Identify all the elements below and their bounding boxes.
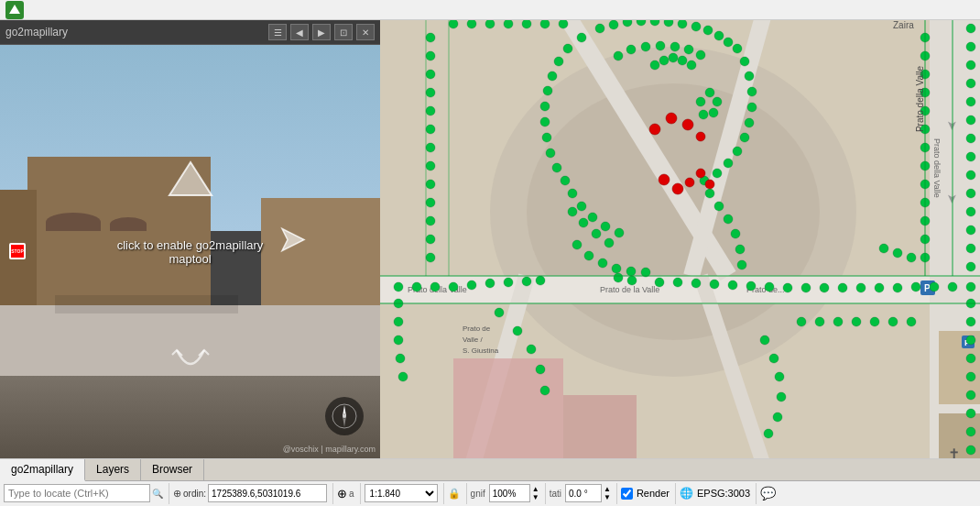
close-button[interactable]: ✕: [356, 24, 375, 40]
svg-point-167: [760, 336, 769, 345]
svg-point-155: [678, 56, 687, 65]
scale-select[interactable]: 1:1.840: [365, 484, 438, 502]
svg-point-50: [548, 72, 557, 81]
lock-item[interactable]: 🔒: [448, 483, 467, 504]
svg-point-158: [705, 88, 714, 97]
svg-point-198: [426, 33, 435, 42]
render-item: Render: [621, 483, 676, 504]
panel-header: go2mapillary ☰ ◀ ▶ ⊡ ✕: [0, 20, 380, 45]
qgis-toolbar: [0, 0, 980, 20]
svg-point-92: [737, 260, 746, 270]
svg-point-123: [966, 79, 975, 88]
svg-point-196: [893, 248, 902, 258]
expand-button[interactable]: ⊡: [334, 24, 353, 40]
render-checkbox[interactable]: [621, 488, 633, 500]
svg-point-160: [709, 108, 718, 117]
svg-point-163: [513, 326, 522, 336]
search-item: 🔍: [4, 483, 169, 504]
svg-point-49: [554, 57, 563, 66]
compass-widget[interactable]: [325, 397, 364, 435]
svg-point-146: [396, 354, 405, 363]
svg-point-197: [907, 253, 916, 262]
svg-text:Zaira: Zaira: [893, 20, 914, 30]
epsg-item[interactable]: 🌐 EPSG:3003: [680, 483, 757, 504]
svg-point-36: [595, 24, 604, 33]
svg-point-166: [540, 386, 550, 395]
svg-point-118: [948, 282, 957, 292]
svg-point-87: [705, 189, 714, 198]
svg-point-89: [724, 214, 733, 224]
svg-point-222: [659, 174, 670, 185]
svg-point-115: [893, 283, 902, 292]
svg-point-48: [563, 44, 572, 53]
svg-point-173: [797, 317, 806, 326]
epsg-label: EPSG:3003: [697, 488, 750, 499]
tab-browser[interactable]: Browser: [141, 459, 204, 480]
svg-point-83: [733, 147, 742, 156]
nav-right-arrow[interactable]: [275, 222, 311, 265]
svg-point-119: [966, 282, 975, 292]
search-input[interactable]: [4, 484, 150, 502]
svg-point-130: [966, 207, 975, 216]
svg-point-76: [733, 44, 742, 53]
svg-point-80: [747, 103, 757, 112]
svg-point-77: [740, 57, 749, 66]
menu-button[interactable]: ☰: [268, 24, 287, 40]
svg-point-43: [691, 22, 701, 31]
tab-browser-label: Browser: [152, 463, 192, 476]
messages-item[interactable]: 💬: [760, 483, 781, 504]
tab-row: go2mapillary Layers Browser: [0, 459, 980, 481]
svg-point-211: [449, 20, 458, 28]
svg-point-224: [685, 178, 694, 187]
svg-point-135: [966, 317, 975, 326]
svg-point-53: [540, 117, 550, 126]
streetview-viewer[interactable]: STOP click to enable go2mapillary maptoo…: [0, 45, 380, 458]
svg-text:✝: ✝: [948, 446, 960, 458]
svg-point-93: [394, 282, 403, 292]
zoom-input[interactable]: [489, 484, 530, 502]
svg-point-97: [467, 280, 476, 290]
svg-point-82: [740, 133, 749, 142]
svg-point-109: [783, 283, 792, 292]
svg-point-54: [542, 133, 551, 142]
zoom-spin-up[interactable]: ▲▼: [532, 485, 539, 501]
svg-point-95: [430, 282, 440, 292]
svg-point-72: [577, 202, 586, 211]
figures: [55, 295, 238, 314]
svg-point-98: [485, 279, 495, 288]
svg-point-206: [426, 180, 435, 189]
nav-up-arrow[interactable]: [168, 160, 213, 205]
prev-button[interactable]: ◀: [290, 24, 309, 40]
svg-point-220: [682, 119, 693, 130]
svg-point-168: [769, 354, 779, 363]
svg-point-153: [659, 56, 669, 65]
svg-point-125: [966, 116, 975, 125]
svg-point-200: [426, 70, 435, 79]
svg-point-223: [672, 183, 683, 194]
map-canvas[interactable]: Prato della Valle Prato de la Valle Prat…: [380, 20, 980, 458]
rotation-spin[interactable]: ▲▼: [604, 485, 611, 501]
svg-point-215: [522, 20, 531, 28]
svg-point-214: [504, 20, 513, 28]
svg-point-141: [966, 427, 975, 436]
svg-point-179: [907, 317, 916, 326]
svg-point-148: [568, 207, 577, 216]
nav-down-arrow[interactable]: [168, 346, 213, 385]
render-label: Render: [637, 488, 670, 499]
stop-sign-icon: STOP: [9, 243, 26, 259]
coordinates-input[interactable]: [208, 484, 327, 502]
tab-layers[interactable]: Layers: [85, 459, 141, 480]
svg-point-79: [747, 87, 757, 96]
svg-point-154: [669, 53, 678, 62]
next-button[interactable]: ▶: [312, 24, 331, 40]
svg-point-212: [467, 20, 476, 28]
svg-point-165: [536, 365, 545, 374]
app: go2mapillary ☰ ◀ ▶ ⊡ ✕: [0, 0, 980, 506]
tab-go2mapillary[interactable]: go2mapillary: [0, 459, 85, 481]
svg-point-176: [852, 317, 861, 326]
svg-point-128: [966, 170, 975, 180]
svg-point-55: [546, 148, 555, 158]
svg-point-45: [714, 31, 724, 40]
rotation-input[interactable]: [565, 484, 602, 502]
svg-point-103: [673, 278, 682, 287]
